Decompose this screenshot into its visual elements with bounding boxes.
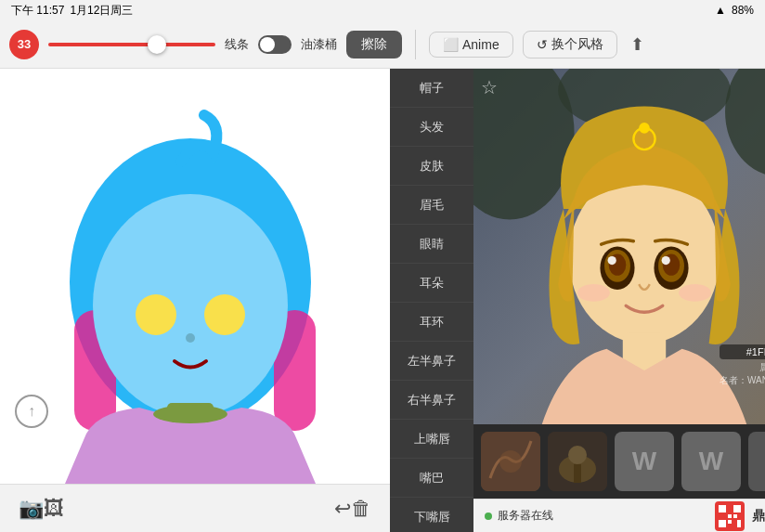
thumbnail-4[interactable]: W: [681, 432, 741, 491]
server-status-text: 服务器在线: [498, 508, 553, 524]
star-icon[interactable]: ☆: [481, 76, 498, 98]
cat-skin[interactable]: 皮肤: [390, 147, 473, 186]
wraps-text: 属包属于: [720, 361, 765, 374]
bottom-status-bar: 服务器在线 鼎品软件: [473, 499, 765, 532]
thumbnail-3[interactable]: W: [615, 432, 674, 491]
gallery-button[interactable]: 🖼: [44, 497, 64, 521]
svg-point-4: [93, 194, 288, 417]
cat-hat[interactable]: 帽子: [390, 69, 473, 108]
style-tag: #1FByW7: [720, 344, 765, 359]
server-status-dot: [485, 513, 492, 520]
svg-point-24: [662, 256, 670, 265]
author-text: 名者：WAND 官方: [720, 374, 765, 387]
svg-rect-41: [737, 520, 741, 527]
thumb4-letter: W: [699, 447, 723, 476]
anime-button[interactable]: ⬜ Anime: [429, 32, 513, 58]
svg-point-5: [136, 294, 176, 335]
delete-button[interactable]: 🗑: [351, 497, 371, 521]
cat-nose-right[interactable]: 右半鼻子: [390, 381, 473, 420]
main-area: ↑ 📷 🖼 ↩ 🗑 帽子 头发 皮肤 眉毛 眼睛 耳朵 耳环 左半鼻子 右半鼻子…: [0, 69, 765, 532]
thumbnail-strip: W W 🔒: [473, 424, 765, 499]
share-button[interactable]: ⬆: [627, 31, 648, 58]
line-tool-label: 线条: [225, 36, 249, 53]
svg-rect-37: [719, 520, 726, 527]
cat-nose-left[interactable]: 左半鼻子: [390, 342, 473, 381]
anime-icon: ⬜: [443, 37, 459, 52]
thumb1-svg: [481, 432, 540, 491]
svg-point-29: [499, 450, 522, 473]
svg-point-6: [204, 294, 245, 335]
style-label: 换个风格: [551, 36, 603, 53]
thumb3-letter: W: [632, 447, 656, 476]
preview-area: ☆ 🔒 #1FByW7 属包属于 名者：WAND 官方 ⬆: [473, 69, 765, 424]
svg-rect-33: [574, 464, 581, 483]
wifi-icon: ▲: [715, 4, 726, 17]
svg-rect-38: [728, 514, 732, 518]
svg-point-26: [679, 284, 711, 302]
thumbnail-1[interactable]: [481, 432, 540, 491]
bucket-tool-label: 油漆桶: [301, 36, 337, 53]
logo-icon: [715, 501, 745, 531]
anime-background: ☆ 🔒 #1FByW7 属包属于 名者：WAND 官方 ⬆: [473, 69, 765, 424]
camera-button[interactable]: 📷: [19, 497, 44, 521]
drawing-canvas[interactable]: ↑: [0, 69, 390, 484]
info-overlay: #1FByW7 属包属于 名者：WAND 官方: [720, 344, 765, 387]
cat-eye[interactable]: 眼睛: [390, 225, 473, 264]
thumbnail-5[interactable]: 🔒: [748, 432, 765, 491]
upload-icon[interactable]: ↑: [15, 395, 48, 428]
svg-rect-36: [733, 505, 741, 513]
canvas-area: ↑ 📷 🖼 ↩ 🗑: [0, 69, 390, 532]
logo-area: 鼎品软件: [715, 501, 765, 531]
svg-point-32: [568, 446, 587, 464]
thumb5-lock-icon: 🔒: [762, 447, 766, 477]
erase-button[interactable]: 擦除: [346, 31, 402, 58]
brush-size-slider[interactable]: [48, 43, 215, 46]
cat-hair[interactable]: 头发: [390, 108, 473, 147]
svg-rect-35: [719, 505, 726, 513]
thumb2-svg: [548, 432, 607, 491]
logo-text: 鼎品软件: [752, 508, 765, 525]
right-panel: ☆ 🔒 #1FByW7 属包属于 名者：WAND 官方 ⬆: [473, 69, 765, 532]
cat-earring[interactable]: 耳环: [390, 303, 473, 342]
cat-ear[interactable]: 耳朵: [390, 264, 473, 303]
svg-rect-40: [728, 520, 732, 524]
slider-thumb[interactable]: [148, 35, 166, 54]
toggle-knob: [260, 37, 275, 52]
date: 1月12日周三: [70, 3, 133, 19]
cat-eyebrow[interactable]: 眉毛: [390, 186, 473, 225]
svg-point-25: [577, 284, 610, 302]
status-bar: 下午 11:57 1月12日周三 ▲ 88%: [0, 0, 765, 20]
thumbnail-2[interactable]: [548, 432, 607, 491]
svg-point-23: [608, 256, 616, 265]
time: 下午 11:57: [11, 3, 64, 19]
cat-upper-lip[interactable]: 上嘴唇: [390, 420, 473, 459]
svg-rect-39: [733, 514, 737, 518]
undo-button[interactable]: ↩: [334, 497, 351, 521]
battery-text: 88%: [732, 4, 754, 17]
status-right: ▲ 88%: [715, 4, 754, 17]
canvas-bottom-toolbar: 📷 🖼 ↩ 🗑: [0, 484, 390, 532]
svg-point-16: [639, 123, 650, 134]
tool-toggle-switch[interactable]: [258, 35, 292, 54]
style-button[interactable]: ↺ 换个风格: [523, 31, 617, 58]
toolbar-divider-1: [415, 30, 416, 59]
anime-label: Anime: [462, 37, 499, 52]
status-left: 下午 11:57 1月12日周三: [11, 3, 133, 19]
cat-lower-lip[interactable]: 下嘴唇: [390, 498, 473, 532]
style-icon: ↺: [537, 37, 548, 52]
brush-size-badge: 33: [9, 30, 39, 59]
drawing-svg: [0, 69, 390, 484]
svg-point-9: [153, 405, 227, 423]
cat-mouth[interactable]: 嘴巴: [390, 459, 473, 498]
category-panel: 帽子 头发 皮肤 眉毛 眼睛 耳朵 耳环 左半鼻子 右半鼻子 上嘴唇 嘴巴 下嘴…: [390, 69, 473, 532]
top-toolbar: 33 线条 油漆桶 擦除 ⬜ Anime ↺ 换个风格 ⬆: [0, 20, 765, 69]
svg-point-7: [186, 333, 195, 343]
